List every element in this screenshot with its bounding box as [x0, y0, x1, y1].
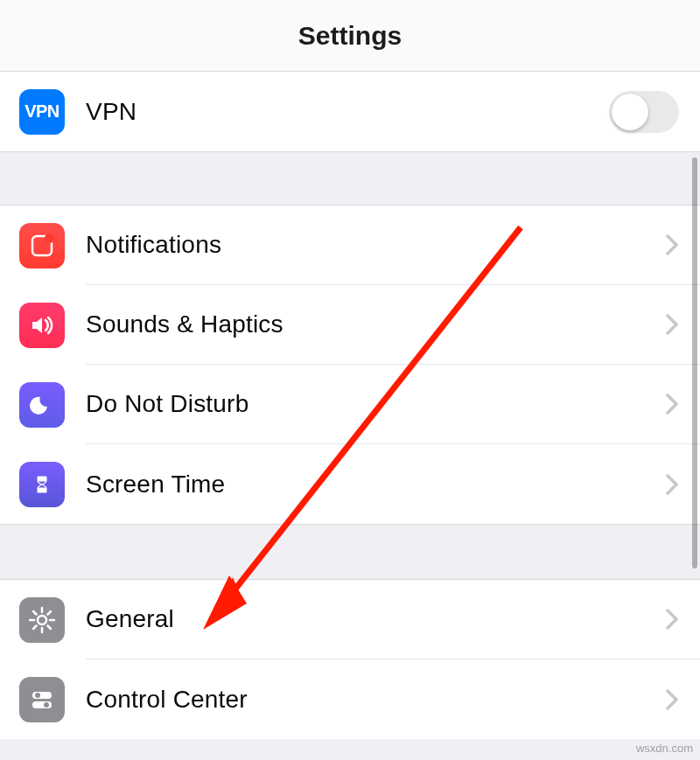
svg-line-8	[48, 625, 52, 629]
svg-point-1	[45, 234, 54, 243]
row-label-controlcenter: Control Center	[86, 686, 656, 714]
section-spacer	[0, 525, 700, 579]
row-dnd[interactable]: Do Not Disturb	[0, 365, 700, 444]
row-label-screentime: Screen Time	[86, 471, 656, 499]
row-screentime[interactable]: Screen Time	[0, 444, 700, 524]
chevron-right-icon	[665, 234, 679, 256]
page-title: Settings	[298, 21, 402, 51]
vpn-toggle[interactable]	[609, 91, 679, 133]
general-icon	[19, 597, 65, 643]
svg-point-14	[44, 702, 49, 708]
settings-group-general: General Control Center	[0, 579, 700, 739]
chevron-right-icon	[665, 608, 679, 631]
section-spacer	[0, 152, 700, 205]
vpn-icon: VPN	[19, 89, 65, 135]
chevron-right-icon	[665, 313, 679, 336]
row-label-sounds: Sounds & Haptics	[86, 310, 656, 338]
row-notifications[interactable]: Notifications	[0, 206, 700, 285]
dnd-icon	[19, 382, 65, 428]
svg-point-2	[38, 616, 46, 624]
row-label-dnd: Do Not Disturb	[86, 390, 656, 418]
vpn-toggle-knob	[612, 94, 648, 130]
row-general[interactable]: General	[0, 580, 700, 659]
watermark: wsxdn.com	[636, 742, 693, 755]
row-label-notifications: Notifications	[86, 231, 656, 259]
svg-line-10	[33, 625, 37, 629]
settings-group-vpn: VPN VPN	[0, 72, 700, 152]
controlcenter-icon	[19, 677, 65, 722]
navigation-bar: Settings	[0, 0, 700, 72]
vpn-icon-text: VPN	[24, 101, 60, 122]
screentime-icon	[19, 462, 65, 507]
row-vpn[interactable]: VPN VPN	[0, 72, 700, 151]
row-controlcenter[interactable]: Control Center	[0, 659, 700, 739]
row-label-general: General	[86, 605, 656, 633]
svg-point-12	[35, 693, 40, 698]
chevron-right-icon	[665, 393, 679, 415]
row-sounds[interactable]: Sounds & Haptics	[0, 285, 700, 365]
settings-group-notifications: Notifications Sounds & Haptics Do Not Di…	[0, 205, 700, 525]
row-label-vpn: VPN	[86, 98, 609, 126]
sounds-icon	[19, 303, 65, 348]
scrollbar[interactable]	[692, 157, 697, 568]
chevron-right-icon	[665, 473, 679, 496]
svg-line-7	[33, 611, 37, 615]
notifications-icon	[19, 223, 65, 268]
svg-line-9	[48, 611, 52, 615]
chevron-right-icon	[665, 688, 679, 711]
